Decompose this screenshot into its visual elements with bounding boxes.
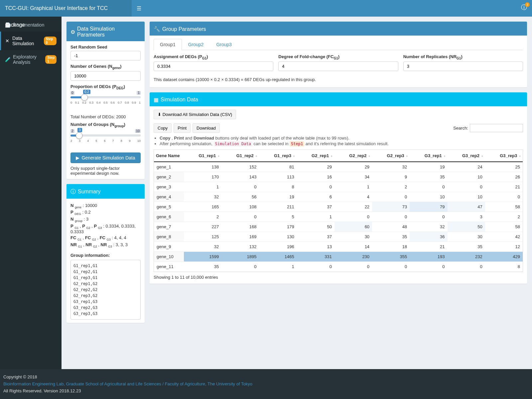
col-g1_rep2[interactable]: G1_rep2 ♦ [221,150,259,162]
footer-link[interactable]: Bioinformation Engineering Lab, Graduate… [3,381,252,386]
sidebar: 📄Documentation✕Data SimulationStep 0🧪Exp… [0,17,62,369]
fc-label: Degree of Fold-change (FCG1) [278,54,398,60]
tab-group3[interactable]: Group3 [210,39,238,50]
group-info-textarea[interactable]: G1_rep1,G1 G1_rep2,G1 G1_rep3,G1 G2_rep1… [70,260,141,320]
table-icon: ▦ [154,97,159,103]
pdeg-slider[interactable]: 0 0.2 1 00.10.20.30.40.50.60.70.80.91 [70,96,141,104]
col-g3_rep2[interactable]: G3_rep2 ♦ [448,150,485,162]
download-icon: ⬇ [158,112,161,117]
table-row: gene_113815281292932192425 [154,162,523,172]
main-content: ⚙︎ Data Simulation Parameters Set Random… [62,17,532,369]
ngroup-label: Number of Groups (Ngroup) [70,122,141,128]
box-title: Data Simulation Parameters [77,26,141,38]
play-icon: ▶ [76,155,79,160]
gears-icon: ⚙︎ [70,29,75,35]
copy-button[interactable]: Copy [154,123,172,133]
col-gene-name[interactable]: Gene Name [154,150,184,162]
sort-icon: ♦ [481,154,483,158]
app-header: TCC-GUI: Graphical User Interface for TC… [0,0,532,17]
total-degs: Total Number of DEGs: 2000 [70,114,141,119]
table-row: gene_932132196131418213512 [154,242,523,252]
box-title: Simulation Data [161,97,198,103]
sort-icon: ♦ [519,154,521,158]
deg-input[interactable] [154,61,273,71]
sidebar-item-documentation[interactable]: 📄Documentation [0,18,62,32]
table-notes: Copy , Print and Download buttons only d… [154,136,523,146]
sidebar-icon: ✕ [5,38,10,44]
ngroup-slider[interactable]: 2 3 10 2345678910 [70,135,141,143]
box-title: Group Parameters [162,26,206,32]
sidebar-toggle[interactable]: ☰ [132,5,146,12]
table-footer: Showing 1 to 11 of 10,000 entries [154,272,523,280]
fc-input[interactable] [278,61,398,71]
table-row: gene_113501000008 [154,262,523,272]
ngene-input[interactable] [70,71,141,81]
sidebar-icon: 🧪 [5,57,10,62]
simulation-table: Gene NameG1_rep1 ♦G1_rep2 ♦G1_rep3 ♦G2_r… [154,150,523,162]
sidebar-icon: 📄 [5,22,10,28]
table-row: gene_432561964010100 [154,192,523,202]
box-group-params: 🔧 Group Parameters Group1Group2Group3 As… [150,22,527,87]
deg-label: Assignment of DEGs (PG1) [154,54,273,60]
sort-icon: ♦ [218,154,219,158]
sidebar-item-exploratory-analysis[interactable]: 🧪Exploratory AnalysisStep 1 [0,50,62,69]
sort-icon: ♦ [255,154,257,158]
col-g2_rep3[interactable]: G2_rep3 ♦ [372,150,410,162]
table-row: gene_5165108211372273794758 [154,202,523,212]
seed-label: Set Random Seed [70,45,141,50]
app-title: TCC-GUI: Graphical User Interface for TC… [0,0,132,17]
ngene-label: Number of Genes (Ngene) [70,64,141,70]
wrench-icon: 🔧 [154,26,160,32]
header-right: ⓘ3 [521,3,527,11]
col-g1_rep1[interactable]: G1_rep1 ♦ [184,150,221,162]
table-row: gene_31080120021 [154,182,523,192]
table-row: gene_217014311316349351026 [154,172,523,182]
seed-input[interactable] [70,51,141,60]
pdeg-label: Proportion of DEGs (PDEG) [70,84,141,90]
search-input[interactable] [470,124,523,132]
table-row: gene_10159918951465331230355193232429 [154,252,523,262]
sort-icon: ♦ [331,154,332,158]
tab-group2[interactable]: Group2 [182,39,210,50]
sort-icon: ♦ [406,154,408,158]
box-sim-data: ▦ Simulation Data ⬇ Download All Simulat… [150,92,527,284]
tab-group1[interactable]: Group1 [154,39,182,50]
sort-icon: ♦ [368,154,370,158]
print-button[interactable]: Print [174,123,191,133]
box-summary: ⓘ Summary N gene : 10000P DEG : 0.2N gro… [66,184,145,323]
group-tabs: Group1Group2Group3 [154,39,523,50]
download-button[interactable]: Download [193,123,220,133]
box-title: Summary [78,189,100,195]
sidebar-item-data-simulation[interactable]: ✕Data SimulationStep 0 [0,32,62,50]
box-sim-params: ⚙︎ Data Simulation Parameters Set Random… [66,22,145,179]
help-text: Only support single-factor experimental … [70,166,141,176]
table-row: gene_6205100032 [154,212,523,222]
generate-button[interactable]: ▶ Generate Simulation Data [70,152,141,163]
search-label: Search: [453,126,468,131]
sort-icon: ♦ [444,154,445,158]
sort-icon: ♦ [293,154,295,158]
col-g3_rep3[interactable]: G3_rep3 ♦ [485,150,523,162]
col-g3_rep1[interactable]: G3_rep1 ♦ [410,150,447,162]
col-g2_rep2[interactable]: G2_rep2 ♦ [334,150,372,162]
table-row: gene_7227168179506048325058 [154,222,523,232]
nr-input[interactable] [403,61,523,71]
footer: Copyright © 2018 Bioinformation Engineer… [0,369,532,399]
info-icon[interactable]: ⓘ3 [521,4,527,11]
nr-label: Number of Replicates (NRG1) [403,54,523,60]
group-note: This dataset contains (10000 × 0.2 × 0.3… [154,77,523,84]
col-g2_rep1[interactable]: G2_rep1 ♦ [297,150,334,162]
table-row: gene_8125169130373035363042 [154,232,523,242]
download-all-button[interactable]: ⬇ Download All Simulation Data (CSV) [154,110,236,119]
info-icon: ⓘ [70,188,76,195]
col-g1_rep3[interactable]: G1_rep3 ♦ [259,150,297,162]
